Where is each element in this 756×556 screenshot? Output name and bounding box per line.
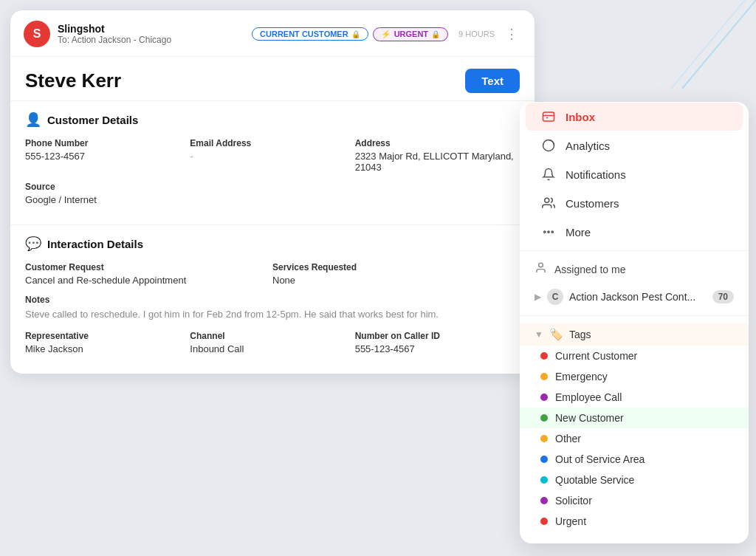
svg-point-9 — [539, 263, 543, 267]
more-icon — [540, 225, 557, 238]
tag-list-item[interactable]: Emergency — [520, 366, 749, 387]
phone-field: Phone Number 555-123-4567 — [25, 138, 190, 173]
tag-dot-icon — [540, 414, 548, 422]
tag-label: Urgent — [555, 515, 586, 527]
sender-name: Slingshot — [58, 23, 244, 35]
tag-label: Emergency — [555, 371, 608, 382]
customer-details-title: 👤 Customer Details — [25, 111, 520, 128]
tags-section: ▼ 🏷️ Tags Current CustomerEmergencyEmplo… — [520, 320, 749, 535]
divider-1 — [520, 250, 749, 251]
tag-label: Employee Call — [555, 391, 622, 403]
header-info: Slingshot To: Action Jackson - Chicago — [58, 23, 244, 45]
person-icon: 👤 — [25, 111, 41, 128]
tag-icon: 🏷️ — [549, 328, 563, 341]
lock-icon-urgent: 🔒 — [431, 30, 440, 38]
svg-point-8 — [551, 231, 553, 233]
more-options-button[interactable]: ⋮ — [502, 26, 521, 42]
tag-dot-icon — [540, 497, 548, 504]
nav-more[interactable]: More — [526, 218, 743, 246]
comment-icon: 💬 — [25, 236, 41, 252]
company-row[interactable]: ▶ C Action Jackson Pest Cont... 70 — [520, 283, 749, 311]
card-header: S Slingshot To: Action Jackson - Chicago… — [10, 10, 535, 57]
tag-list-item[interactable]: Urgent — [520, 511, 749, 532]
email-field: Email Address - — [190, 138, 354, 173]
svg-line-2 — [660, 0, 734, 89]
tag-list-item[interactable]: Quotable Service — [520, 470, 749, 490]
nav-inbox[interactable]: Inbox — [526, 103, 743, 131]
request-services-row: Customer Request Cancel and Re-schedule … — [25, 262, 520, 286]
rep-channel-row: Representative Mike Jackson Channel Inbo… — [25, 331, 520, 354]
svg-rect-3 — [543, 112, 554, 121]
tag-dot-icon — [540, 456, 548, 463]
divider-2 — [520, 315, 749, 316]
nav-notifications[interactable]: Notifications — [526, 160, 743, 188]
main-card: S Slingshot To: Action Jackson - Chicago… — [10, 10, 535, 374]
svg-line-0 — [682, 0, 756, 89]
tag-list-item[interactable]: Other — [520, 428, 749, 449]
assigned-to-me-row: Assigned to me — [520, 255, 749, 283]
tag-label: Current Customer — [555, 350, 637, 362]
caller-id-field: Number on Caller ID 555-123-4567 — [355, 331, 520, 354]
assigned-to-me-label: Assigned to me — [554, 264, 626, 275]
company-letter: C — [547, 289, 563, 305]
source-field: Source Google / Internet — [25, 182, 520, 205]
tag-dot-icon — [540, 435, 548, 442]
tags-label: Tags — [569, 329, 591, 340]
tag-dot-icon — [540, 476, 548, 484]
tag-badges: CURRENT CUSTOMER 🔒 ⚡ URGENT 🔒 — [252, 27, 448, 41]
notes-field: Notes Steve called to reschedule. I got … — [25, 295, 520, 322]
analytics-icon — [540, 139, 557, 152]
tag-label: Other — [555, 433, 581, 445]
customer-name: Steve Kerr — [25, 69, 121, 92]
tag-dot-icon — [540, 394, 548, 401]
svg-point-7 — [548, 231, 549, 233]
chevron-right-icon: ▶ — [535, 292, 541, 302]
svg-line-1 — [671, 0, 745, 89]
tag-label: Quotable Service — [555, 474, 634, 486]
interaction-details-section: 💬 Interaction Details Customer Request C… — [10, 224, 535, 374]
urgent-badge: ⚡ URGENT 🔒 — [373, 27, 448, 41]
customers-icon — [540, 196, 557, 210]
interaction-details-title: 💬 Interaction Details — [25, 236, 520, 252]
tag-dot-icon — [540, 518, 548, 525]
tag-label: Out of Service Area — [555, 453, 645, 465]
nav-analytics[interactable]: Analytics — [526, 131, 743, 159]
customer-request-field: Customer Request Cancel and Re-schedule … — [25, 262, 272, 286]
representative-field: Representative Mike Jackson — [25, 331, 190, 354]
inbox-icon — [540, 110, 557, 123]
customer-name-row: Steve Kerr Text — [10, 57, 535, 100]
channel-field: Channel Inbound Call — [190, 331, 354, 354]
message-time: 9 HOURS — [458, 30, 495, 38]
contact-fields-row: Phone Number 555-123-4567 Email Address … — [25, 138, 520, 173]
tag-label: New Customer — [555, 412, 624, 424]
company-count-badge: 70 — [712, 290, 734, 303]
source-field-row: Source Google / Internet — [25, 182, 520, 205]
nav-customers[interactable]: Customers — [526, 189, 743, 217]
tags-header[interactable]: ▼ 🏷️ Tags — [520, 323, 749, 346]
recipient-label: To: Action Jackson - Chicago — [58, 35, 244, 45]
assigned-icon — [535, 261, 547, 277]
company-name: Action Jackson Pest Cont... — [569, 291, 707, 303]
lock-icon: 🔒 — [351, 30, 360, 38]
tags-chevron-icon: ▼ — [535, 329, 543, 340]
decorative-lines — [638, 0, 756, 89]
customer-details-section: 👤 Customer Details Phone Number 555-123-… — [10, 100, 535, 224]
bell-icon — [540, 168, 557, 181]
tag-dot-icon — [540, 373, 548, 380]
avatar: S — [24, 21, 50, 47]
tag-list: Current CustomerEmergencyEmployee CallNe… — [520, 346, 749, 532]
tag-dot-icon — [540, 352, 548, 360]
svg-point-6 — [544, 231, 546, 233]
tag-list-item[interactable]: Employee Call — [520, 387, 749, 408]
text-button[interactable]: Text — [465, 69, 520, 93]
address-field: Address 2323 Major Rd, ELLICOTT Maryland… — [355, 138, 520, 173]
tag-list-item[interactable]: Out of Service Area — [520, 449, 749, 470]
tag-list-item[interactable]: New Customer — [520, 408, 749, 428]
services-requested-field: Services Requested None — [272, 262, 520, 286]
dropdown-panel: Inbox Analytics Notifications Customers … — [520, 102, 749, 543]
tag-list-item[interactable]: Solicitor — [520, 490, 749, 511]
svg-point-5 — [545, 198, 549, 202]
tag-label: Solicitor — [555, 495, 592, 507]
tag-list-item[interactable]: Current Customer — [520, 346, 749, 366]
current-customer-badge: CURRENT CUSTOMER 🔒 — [252, 27, 368, 41]
